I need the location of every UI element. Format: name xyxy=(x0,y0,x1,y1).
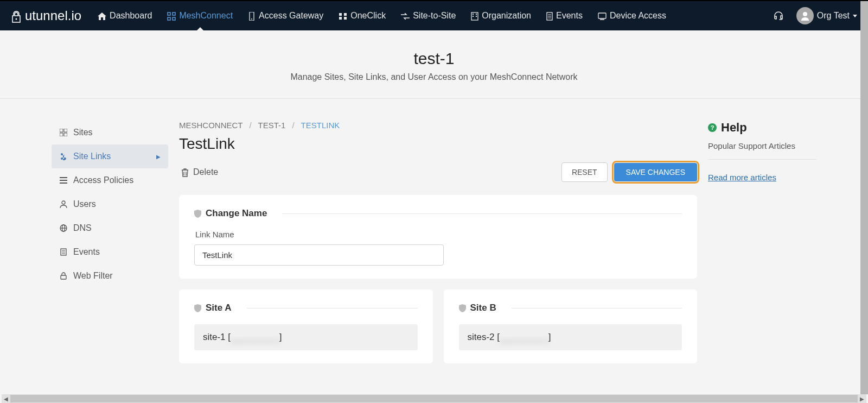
nav-right: Org Test xyxy=(773,7,857,24)
svg-rect-3 xyxy=(168,17,170,20)
main-content: MESHCONNECT / TEST-1 / TESTLINK TestLink… xyxy=(179,121,697,374)
sidebar-item-web-filter[interactable]: Web Filter xyxy=(52,264,168,288)
section-title: Change Name xyxy=(206,208,267,219)
org-icon xyxy=(471,11,478,21)
section-title: Site B xyxy=(470,303,496,313)
svg-rect-15 xyxy=(476,16,477,17)
svg-rect-24 xyxy=(64,129,67,132)
sidebar-item-label: Sites xyxy=(73,128,93,137)
home-icon xyxy=(98,11,106,21)
svg-rect-11 xyxy=(471,12,478,20)
sidebar-item-events[interactable]: Events xyxy=(52,240,168,264)
reset-button[interactable]: RESET xyxy=(561,162,608,182)
nav-meshconnect[interactable]: MeshConnect xyxy=(167,1,233,30)
mesh-icon xyxy=(167,11,176,21)
svg-rect-38 xyxy=(61,275,66,279)
nav-oneclick[interactable]: OneClick xyxy=(339,1,386,30)
svg-rect-12 xyxy=(473,14,474,15)
site-a-card: Site A site-1 [___.__.__._] xyxy=(179,289,433,363)
svg-point-22 xyxy=(803,12,807,16)
command-icon xyxy=(59,153,68,160)
user-menu[interactable]: Org Test xyxy=(796,7,857,24)
question-icon: ? xyxy=(708,123,717,132)
grid-icon xyxy=(59,129,68,136)
nav-dashboard[interactable]: Dashboard xyxy=(98,1,152,30)
events-icon xyxy=(546,11,553,21)
shield-icon xyxy=(194,209,201,218)
file-icon xyxy=(59,248,68,256)
delete-label: Delete xyxy=(193,167,218,177)
svg-rect-7 xyxy=(339,13,342,16)
sidebar-item-label: Web Filter xyxy=(73,271,113,281)
page-title: test-1 xyxy=(0,49,868,68)
sidebar-item-access-policies[interactable]: Access Policies xyxy=(52,168,168,192)
svg-point-0 xyxy=(16,18,17,20)
content-title: TestLink xyxy=(179,135,697,153)
globe-icon xyxy=(59,224,68,232)
sidebar-item-users[interactable]: Users xyxy=(52,192,168,216)
nav-access-gateway[interactable]: Access Gateway xyxy=(248,1,323,30)
oneclick-icon xyxy=(339,11,347,21)
change-name-card: Change Name Link Name xyxy=(179,195,697,279)
user-icon xyxy=(59,200,68,208)
svg-rect-2 xyxy=(173,12,175,15)
sidebar-item-site-links[interactable]: Site Links ▶ xyxy=(52,144,168,168)
vertical-scrollbar[interactable] xyxy=(860,1,868,374)
s2s-icon xyxy=(401,11,410,21)
avatar-icon xyxy=(796,7,814,24)
sidebar-item-label: DNS xyxy=(73,223,92,233)
shield-icon xyxy=(459,303,466,313)
device-icon xyxy=(598,11,607,21)
breadcrumb-test1[interactable]: TEST-1 xyxy=(258,121,285,130)
svg-rect-10 xyxy=(344,17,347,20)
svg-rect-23 xyxy=(60,129,63,132)
nav-label: Organization xyxy=(482,11,531,21)
nav-label: Events xyxy=(556,11,583,21)
sidebar-item-label: Events xyxy=(73,247,100,257)
list-icon xyxy=(59,177,68,184)
svg-rect-1 xyxy=(168,12,170,15)
nav-label: OneClick xyxy=(350,11,386,21)
delete-button[interactable]: Delete xyxy=(179,164,220,180)
save-changes-button[interactable]: SAVE CHANGES xyxy=(614,163,697,181)
site-b-value: sites-2 [___.__.__._] xyxy=(459,324,682,350)
svg-rect-4 xyxy=(173,17,175,20)
headset-icon[interactable] xyxy=(773,10,784,22)
nav-events[interactable]: Events xyxy=(546,1,583,30)
link-name-label: Link Name xyxy=(194,230,682,239)
site-a-value: site-1 [___.__.__._] xyxy=(194,324,418,350)
nav-organization[interactable]: Organization xyxy=(471,1,531,30)
nav-device-access[interactable]: Device Access xyxy=(598,1,666,30)
lock-icon xyxy=(11,8,22,23)
nav-label: Device Access xyxy=(610,11,666,21)
svg-rect-26 xyxy=(64,133,67,136)
sidebar-item-dns[interactable]: DNS xyxy=(52,216,168,240)
sidebar-item-label: Access Policies xyxy=(73,175,133,185)
svg-rect-8 xyxy=(344,13,347,16)
top-navbar: utunnel.io Dashboard MeshConnect Access … xyxy=(0,0,868,30)
svg-rect-20 xyxy=(598,13,606,18)
nav-label: Dashboard xyxy=(110,11,152,21)
brand-text: utunnel.io xyxy=(25,8,81,23)
svg-point-30 xyxy=(62,201,65,204)
sidebar-item-label: Users xyxy=(73,199,96,209)
sidebar-item-sites[interactable]: Sites xyxy=(52,121,168,144)
sidebar-item-label: Site Links xyxy=(73,152,111,161)
brand-logo[interactable]: utunnel.io xyxy=(11,8,81,23)
read-more-link[interactable]: Read more articles xyxy=(708,173,776,182)
help-subtitle: Popular Support Articles xyxy=(708,141,816,160)
trash-icon xyxy=(181,167,189,177)
nav-label: MeshConnect xyxy=(179,11,233,21)
link-name-input[interactable] xyxy=(194,244,444,266)
shield-icon xyxy=(194,303,201,313)
breadcrumb-meshconnect[interactable]: MESHCONNECT xyxy=(179,121,242,130)
nav-site-to-site[interactable]: Site-to-Site xyxy=(401,1,456,30)
nav-label: Access Gateway xyxy=(259,11,323,21)
gateway-icon xyxy=(248,11,256,21)
help-panel: ? Help Popular Support Articles Read mor… xyxy=(708,121,816,374)
lock-icon xyxy=(59,272,68,280)
svg-rect-14 xyxy=(473,16,474,17)
nav-label: Site-to-Site xyxy=(413,11,456,21)
breadcrumb-current: TESTLINK xyxy=(301,121,340,130)
user-name-label: Org Test xyxy=(817,11,850,21)
